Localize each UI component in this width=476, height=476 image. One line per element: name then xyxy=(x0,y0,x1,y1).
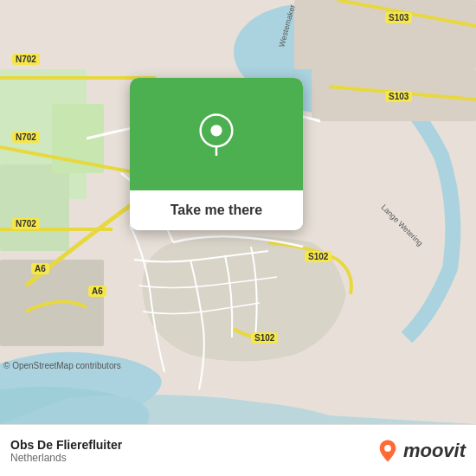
take-me-there-button[interactable]: Take me there xyxy=(130,190,303,230)
popup-card: Take me there xyxy=(130,78,303,230)
road-label-s102-1: S102 xyxy=(305,251,331,262)
road-label-s103-1: S103 xyxy=(385,12,412,23)
bottom-bar: Obs De Flierefluiter Netherlands moovit xyxy=(0,424,476,476)
pin-icon xyxy=(195,113,238,156)
svg-point-17 xyxy=(384,445,391,452)
road-label-s103-2: S103 xyxy=(385,91,412,102)
map-container: Westemaker Lange Wetering N702 N702 N702… xyxy=(0,0,476,424)
location-country: Netherlands xyxy=(10,452,122,464)
svg-rect-3 xyxy=(0,164,69,251)
moovit-text: moovit xyxy=(403,440,466,462)
road-label-n702-3: N702 xyxy=(12,218,40,229)
svg-point-16 xyxy=(210,125,222,136)
road-label-n702-1: N702 xyxy=(12,54,40,65)
popup-green-section xyxy=(130,78,303,190)
moovit-pin-icon xyxy=(376,439,400,463)
osm-credit: © OpenStreetMap contributors xyxy=(3,361,121,370)
road-label-s102-2: S102 xyxy=(251,332,278,344)
road-label-a6-2: A6 xyxy=(31,263,49,274)
location-info: Obs De Flierefluiter Netherlands xyxy=(10,438,122,464)
location-name: Obs De Flierefluiter xyxy=(10,438,122,452)
road-label-n702-2: N702 xyxy=(12,132,40,143)
moovit-logo: moovit xyxy=(376,439,466,463)
road-label-a6-3: A6 xyxy=(88,286,106,297)
